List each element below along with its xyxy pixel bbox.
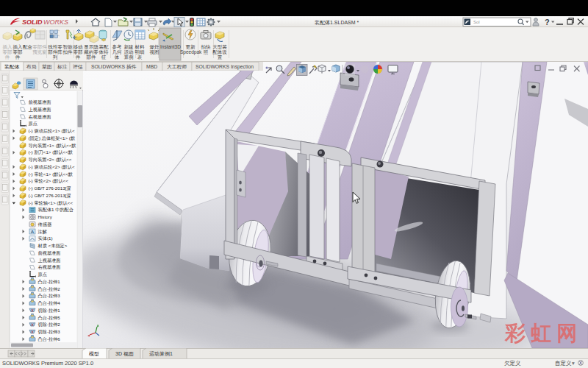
svg-text:导向装置<2> (默认<<: 导向装置<2> (默认<< <box>29 157 72 163</box>
svg-text:SOLIDWORKS Inspection: SOLIDWORKS Inspection <box>196 64 254 70</box>
svg-text:SOLIDWORKS Premium 2020 SP1.0: SOLIDWORKS Premium 2020 SP1.0 <box>2 360 93 367</box>
svg-text:彩虹网: 彩虹网 <box>504 322 582 344</box>
svg-text:凸台-拉伸6: 凸台-拉伸6 <box>38 336 61 342</box>
svg-text:布局: 布局 <box>26 64 37 70</box>
svg-text:Sol: Sol <box>473 20 480 24</box>
svg-text:(-) 带轮<2> (默认<<: (-) 带轮<2> (默认<< <box>29 178 69 184</box>
svg-text:上视基准面: 上视基准面 <box>29 107 51 113</box>
svg-text:切除-拉伸2: 切除-拉伸2 <box>38 322 61 328</box>
svg-text:原点: 原点 <box>38 272 47 277</box>
svg-text:装配体1 中的配合: 装配体1 中的配合 <box>38 207 74 213</box>
svg-text:(-) 驱动后轮<2> (默认<: (-) 驱动后轮<2> (默认< <box>29 164 75 170</box>
svg-text:凸台-拉伸3: 凸台-拉伸3 <box>38 293 61 299</box>
svg-text:右视基准面: 右视基准面 <box>38 264 61 270</box>
svg-text:凸台-拉伸1: 凸台-拉伸1 <box>38 279 61 285</box>
svg-text:(-) 带轮<1> (默认<<默: (-) 带轮<1> (默认<<默 <box>29 171 74 177</box>
svg-text:3D 视图: 3D 视图 <box>115 351 134 357</box>
svg-text:传感器: 传感器 <box>38 222 52 227</box>
svg-text:注解: 注解 <box>38 229 47 235</box>
svg-text:模型: 模型 <box>89 351 99 357</box>
svg-text:(-) 割刀<1> (默认<<默: (-) 割刀<1> (默认<<默 <box>29 149 74 155</box>
svg-text:A: A <box>31 229 35 234</box>
svg-text:装配体: 装配体 <box>4 64 20 70</box>
svg-text:凸台-拉伸5: 凸台-拉伸5 <box>38 315 61 321</box>
svg-text:WORKS: WORKS <box>43 18 68 26</box>
svg-text:(固定) 总体框架<1> (默: (固定) 总体框架<1> (默 <box>29 135 76 141</box>
svg-text:材质 <未指定>: 材质 <未指定> <box>37 243 68 249</box>
svg-text:欠定义: 欠定义 <box>504 360 521 367</box>
svg-text:右视基准面: 右视基准面 <box>29 114 51 120</box>
svg-text:MBD: MBD <box>146 64 157 69</box>
svg-text:导向装置<1> (默认<<默: 导向装置<1> (默认<<默 <box>29 143 76 149</box>
svg-text:(-) GB/T 276-2013[深: (-) GB/T 276-2013[深 <box>29 185 71 191</box>
svg-text:▾: ▾ <box>572 360 575 367</box>
svg-text:实体(1): 实体(1) <box>38 236 53 241</box>
svg-text:评估: 评估 <box>73 64 83 70</box>
svg-text:自定义: 自定义 <box>555 360 572 367</box>
svg-text:(-) GB/T 276-2013[深: (-) GB/T 276-2013[深 <box>29 193 71 199</box>
svg-text:凸台-拉伸4: 凸台-拉伸4 <box>38 300 61 306</box>
svg-text:凸台-拉伸2: 凸台-拉伸2 <box>38 286 61 292</box>
svg-text:标注: 标注 <box>57 64 68 70</box>
svg-text:前视基准面: 前视基准面 <box>29 99 51 105</box>
svg-text:原点: 原点 <box>29 121 37 127</box>
svg-text:草图: 草图 <box>42 64 52 70</box>
svg-text:上视基准面: 上视基准面 <box>38 258 61 263</box>
svg-text:切除-拉伸1: 切除-拉伸1 <box>38 308 61 314</box>
svg-text:运动算例1: 运动算例1 <box>149 351 173 357</box>
svg-text:(-) 带轮轴<1> (默认<<: (-) 带轮轴<1> (默认<< <box>29 200 74 206</box>
svg-text:切除-拉伸3: 切除-拉伸3 <box>38 329 61 335</box>
svg-text:History: History <box>38 214 53 219</box>
svg-text:(-) 驱动后轮<1> (默认<: (-) 驱动后轮<1> (默认< <box>29 128 75 134</box>
svg-text:前视基准面: 前视基准面 <box>38 250 61 256</box>
svg-text:装配体1.SLDASM *: 装配体1.SLDASM * <box>315 20 359 26</box>
svg-text:SOLID: SOLID <box>22 18 43 26</box>
svg-text:?: ? <box>545 18 550 26</box>
svg-text:SOLIDWORKS 插件: SOLIDWORKS 插件 <box>91 64 137 70</box>
svg-text:大工程师: 大工程师 <box>167 64 187 70</box>
